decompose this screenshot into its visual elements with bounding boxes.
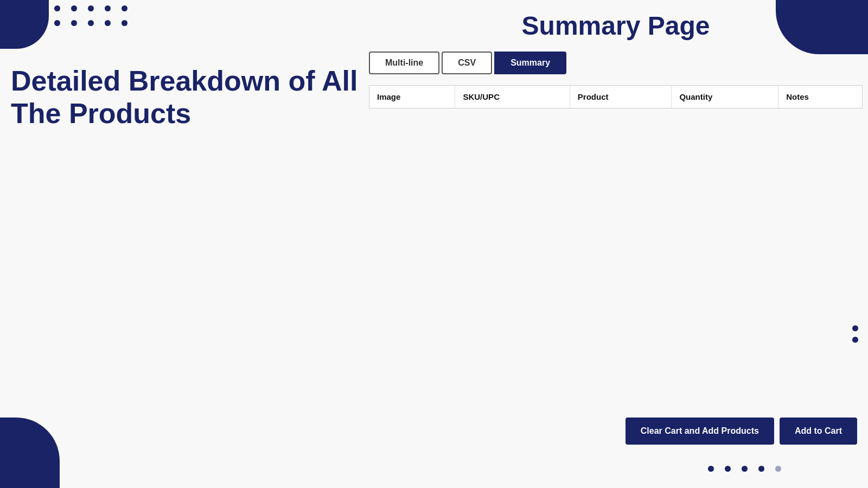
product-table: Image SKU/UPC Product Quantity Notes <box>369 85 863 108</box>
add-to-cart-button[interactable]: Add to Cart <box>780 418 857 445</box>
right-panel: Summary Page Multi-line CSV Summary Imag… <box>369 11 863 108</box>
left-panel-heading: Detailed Breakdown of All The Products <box>11 65 363 130</box>
left-panel: Detailed Breakdown of All The Products <box>11 65 363 146</box>
clear-cart-button[interactable]: Clear Cart and Add Products <box>626 418 774 445</box>
col-quantity: Quantity <box>672 86 778 108</box>
table-header: Image SKU/UPC Product Quantity Notes <box>369 86 863 108</box>
tab-bar: Multi-line CSV Summary <box>369 52 863 74</box>
deco-top-left <box>0 0 49 49</box>
tab-multi-line[interactable]: Multi-line <box>369 52 439 74</box>
page-title: Summary Page <box>369 11 863 41</box>
tab-csv[interactable]: CSV <box>442 52 492 74</box>
action-buttons: Clear Cart and Add Products Add to Cart <box>626 418 857 445</box>
col-notes: Notes <box>778 86 863 108</box>
col-image: Image <box>369 86 455 108</box>
tab-summary[interactable]: Summary <box>494 52 566 74</box>
dots-decoration-top <box>54 5 127 26</box>
dots-decoration-right <box>852 325 858 343</box>
dots-decoration-bottom <box>708 466 781 472</box>
col-product: Product <box>570 86 672 108</box>
deco-bottom-left <box>0 418 60 488</box>
col-sku: SKU/UPC <box>455 86 570 108</box>
